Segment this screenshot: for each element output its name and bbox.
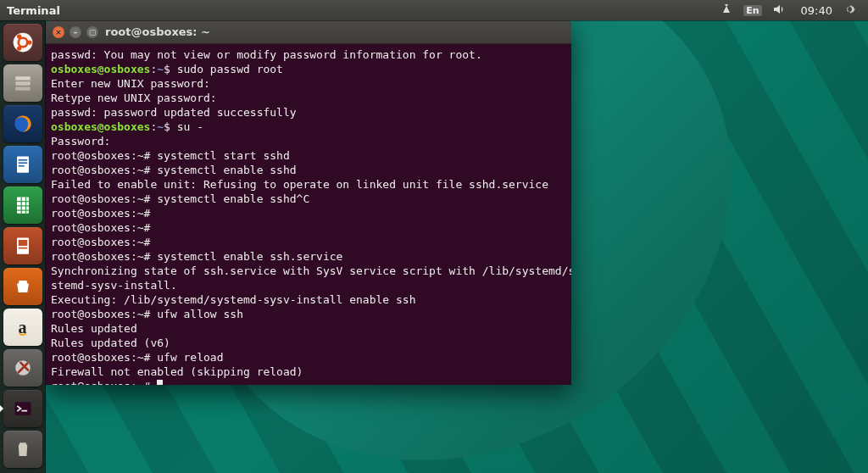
writer-icon <box>11 153 35 176</box>
calc-icon <box>11 193 35 217</box>
launcher: a⌣ <box>0 20 46 473</box>
clock-indicator[interactable]: 09:40 <box>791 0 837 20</box>
launcher-impress[interactable] <box>3 227 42 264</box>
launcher-software[interactable] <box>3 268 42 305</box>
files-icon <box>11 71 35 95</box>
svg-point-3 <box>17 34 21 38</box>
svg-rect-5 <box>15 76 31 80</box>
close-glyph: × <box>55 28 62 36</box>
launcher-terminal[interactable] <box>3 390 42 427</box>
svg-point-2 <box>27 40 31 44</box>
amazon-icon: a⌣ <box>19 318 27 337</box>
svg-rect-16 <box>18 248 27 249</box>
network-icon <box>720 3 733 19</box>
gear-icon <box>843 3 856 19</box>
window-controls: × – ▢ <box>53 26 98 38</box>
terminal-window[interactable]: × – ▢ root@osboxes: ~ passwd: You may no… <box>46 20 571 385</box>
trash-icon <box>11 437 35 461</box>
svg-rect-12 <box>18 165 24 167</box>
panel-app-name: Terminal <box>7 4 60 17</box>
sound-indicator[interactable] <box>767 0 791 20</box>
launcher-firefox[interactable] <box>3 105 42 142</box>
svg-rect-15 <box>18 240 27 246</box>
launcher-dash[interactable] <box>3 24 42 61</box>
settings-icon <box>11 356 35 380</box>
launcher-amazon[interactable]: a⌣ <box>3 309 42 346</box>
launcher-files[interactable] <box>3 64 42 102</box>
terminal-titlebar[interactable]: × – ▢ root@osboxes: ~ <box>46 20 571 44</box>
network-indicator[interactable] <box>715 0 738 20</box>
terminal-body[interactable]: passwd: You may not view or modify passw… <box>46 44 571 385</box>
launcher-calc[interactable] <box>3 186 42 224</box>
svg-rect-9 <box>17 156 29 172</box>
ubuntu-icon <box>11 31 35 54</box>
svg-rect-6 <box>15 81 31 85</box>
terminal-icon <box>11 397 35 420</box>
window-close-button[interactable]: × <box>53 26 64 38</box>
svg-rect-7 <box>15 86 31 90</box>
language-label: En <box>743 5 761 16</box>
volume-icon <box>772 3 786 19</box>
clock-label: 09:40 <box>796 4 832 17</box>
window-minimize-button[interactable]: – <box>70 26 81 38</box>
svg-rect-10 <box>18 159 27 161</box>
launcher-settings[interactable] <box>3 349 42 387</box>
launcher-writer[interactable] <box>3 146 42 183</box>
top-panel: Terminal En 09:40 <box>0 0 868 20</box>
svg-point-4 <box>17 46 21 50</box>
svg-rect-11 <box>18 162 27 164</box>
svg-rect-18 <box>14 402 31 415</box>
window-maximize-button[interactable]: ▢ <box>86 26 98 38</box>
impress-icon <box>11 234 35 258</box>
session-indicator[interactable] <box>837 0 861 20</box>
language-indicator[interactable]: En <box>738 0 766 20</box>
window-title: root@osboxes: ~ <box>105 25 210 38</box>
firefox-icon <box>11 112 35 136</box>
software-icon <box>11 275 35 298</box>
min-glyph: – <box>74 28 78 36</box>
max-glyph: ▢ <box>89 28 97 36</box>
launcher-trash[interactable] <box>3 431 42 468</box>
